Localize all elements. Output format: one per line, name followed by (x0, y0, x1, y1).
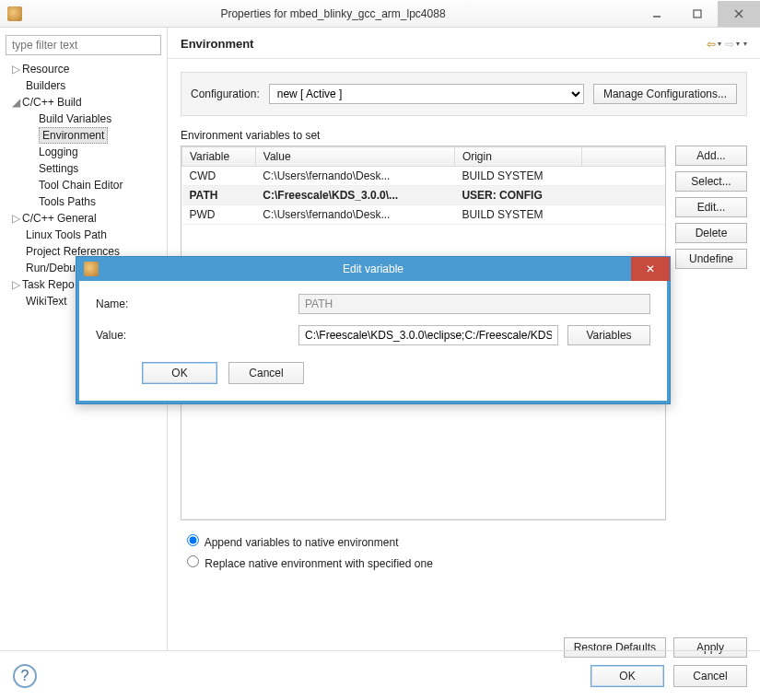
dialog-title: Edit variable (343, 262, 403, 275)
tree-item-settings[interactable]: Settings (6, 160, 161, 177)
tree-item-linux-tools[interactable]: Linux Tools Path (6, 227, 161, 243)
ok-button[interactable]: OK (590, 665, 664, 687)
dialog-icon (84, 262, 99, 276)
tree-label: C/C++ Build (22, 96, 82, 109)
cell: C:\Freescale\KDS_3.0.0\... (255, 186, 454, 205)
tree-item-logging[interactable]: Logging (6, 144, 161, 160)
table-row[interactable]: CWD C:\Users\fernando\Desk... BUILD SYST… (182, 167, 665, 186)
select-button[interactable]: Select... (675, 171, 747, 192)
col-value[interactable]: Value (255, 147, 454, 167)
radio-label: Append variables to native environment (205, 536, 399, 549)
tree-item-toolchain[interactable]: Tool Chain Editor (6, 177, 161, 193)
svg-rect-1 (694, 10, 701, 18)
chevron-right-icon: ▷ (11, 63, 20, 76)
tree-label: Builders (26, 79, 65, 92)
tree-item-cpp-build[interactable]: ◢C/C++ Build (6, 94, 161, 111)
window-title: Properties for mbed_blinky_gcc_arm_lpc40… (29, 7, 637, 20)
tree-label: Logging (39, 146, 78, 158)
undefine-button[interactable]: Undefine (675, 249, 747, 269)
tree-item-environment[interactable]: Environment (6, 127, 161, 144)
cancel-button[interactable]: Cancel (673, 665, 747, 687)
tree-item-cpp-general[interactable]: ▷C/C++ General (6, 210, 161, 227)
value-label: Value: (96, 329, 289, 342)
minimize-button[interactable] (637, 1, 677, 27)
radio-append-input[interactable] (187, 534, 199, 546)
tree-label: Resource (22, 63, 69, 76)
edit-variable-dialog: Edit variable ✕ Name: Value: Variables O… (76, 256, 671, 404)
tree-label: Task Repo (22, 278, 75, 291)
chevron-down-icon: ◢ (11, 96, 20, 109)
name-field (298, 294, 650, 314)
name-label: Name: (96, 298, 289, 310)
radio-label: Replace native environment with specifie… (205, 557, 432, 570)
table-row[interactable]: PWD C:\Users\fernando\Desk... BUILD SYST… (182, 205, 665, 225)
tree-label: Linux Tools Path (26, 228, 107, 241)
radio-append[interactable]: Append variables to native environment (182, 530, 745, 551)
cell: C:\Users\fernando\Desk... (255, 167, 454, 186)
tree-item-builders[interactable]: Builders (6, 77, 161, 94)
chevron-right-icon: ▷ (11, 278, 20, 291)
back-button[interactable]: ⇦▾ (707, 38, 721, 51)
page-title: Environment (181, 37, 253, 51)
tree-label: Settings (39, 162, 78, 175)
cell: BUILD SYSTEM (454, 167, 581, 186)
close-button[interactable] (718, 1, 760, 27)
tree-item-tools-paths[interactable]: Tools Paths (6, 193, 161, 210)
cell: BUILD SYSTEM (454, 205, 581, 225)
filter-input[interactable] (6, 35, 161, 55)
tree-label: Environment (39, 127, 108, 144)
cell: CWD (182, 167, 256, 186)
tree-label: C/C++ General (22, 212, 97, 225)
value-field[interactable] (298, 325, 558, 345)
edit-button[interactable]: Edit... (675, 197, 747, 217)
add-button[interactable]: Add... (675, 146, 747, 166)
table-caption: Environment variables to set (181, 129, 747, 142)
cell: PWD (182, 205, 256, 225)
tree-label: Tools Paths (39, 195, 96, 208)
tree-label: WikiText (26, 295, 67, 308)
dialog-ok-button[interactable]: OK (142, 362, 217, 384)
dropdown-icon: ▾ (718, 40, 721, 48)
cell: PATH (182, 186, 256, 205)
tree-item-build-variables[interactable]: Build Variables (6, 111, 161, 127)
maximize-button[interactable] (677, 1, 718, 27)
tree-label: Run/Debu (26, 262, 76, 274)
table-row[interactable]: PATH C:\Freescale\KDS_3.0.0\... USER: CO… (182, 186, 665, 205)
configuration-label: Configuration: (191, 88, 260, 100)
app-icon (7, 6, 22, 21)
col-origin[interactable]: Origin (454, 147, 581, 167)
dialog-cancel-button[interactable]: Cancel (228, 362, 304, 384)
menu-dropdown-icon[interactable]: ▾ (743, 40, 747, 48)
help-icon[interactable]: ? (13, 664, 37, 688)
window-titlebar: Properties for mbed_blinky_gcc_arm_lpc40… (0, 0, 760, 28)
dialog-close-button[interactable]: ✕ (631, 257, 670, 281)
tree-label: Build Variables (39, 112, 111, 125)
cell: USER: CONFIG (454, 186, 581, 205)
chevron-right-icon: ▷ (11, 212, 20, 225)
variables-button[interactable]: Variables (567, 325, 650, 345)
radio-replace[interactable]: Replace native environment with specifie… (182, 551, 745, 572)
tree-item-resource[interactable]: ▷Resource (6, 61, 161, 77)
delete-button[interactable]: Delete (675, 223, 747, 243)
nav-arrows: ⇦▾ ⇨▾ ▾ (707, 38, 747, 51)
dropdown-icon: ▾ (736, 40, 740, 48)
radio-replace-input[interactable] (187, 555, 199, 567)
forward-button[interactable]: ⇨▾ (725, 38, 740, 51)
tree-label: Tool Chain Editor (39, 179, 123, 192)
configuration-select[interactable]: new [ Active ] (269, 84, 584, 104)
cell: C:\Users\fernando\Desk... (255, 205, 454, 225)
col-variable[interactable]: Variable (182, 147, 256, 167)
manage-configurations-button[interactable]: Manage Configurations... (593, 84, 737, 104)
